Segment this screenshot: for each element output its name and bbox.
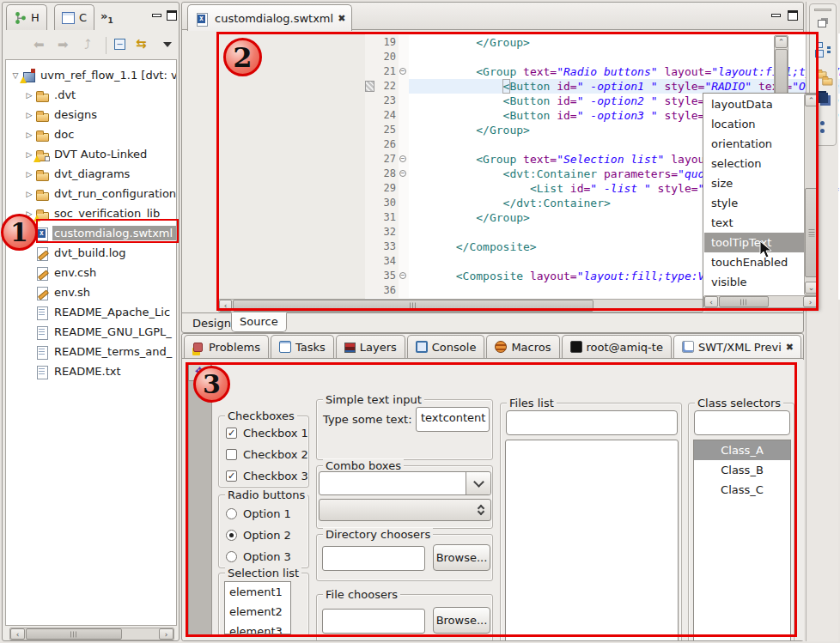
autocomplete-vscroll-up[interactable]: ⌃ (805, 94, 818, 106)
link-with-editor-icon[interactable]: ⇆ (136, 36, 147, 52)
tree-item[interactable]: env.sh (6, 282, 176, 302)
checkbox-row[interactable]: ✓Checkbox 3 (226, 468, 308, 483)
code-line[interactable]: 20 (365, 50, 840, 64)
radio-unselected-icon[interactable] (226, 551, 237, 562)
class-list-item[interactable]: Class_C (694, 480, 790, 500)
fold-collapse-icon[interactable]: − (399, 155, 406, 162)
bottom-tab-console[interactable]: Console (407, 335, 485, 358)
tree-item[interactable]: ▷designs (6, 105, 176, 124)
code-line[interactable]: 21−<Group text="Radio buttons" layout="l… (365, 64, 840, 79)
autocomplete-vscroll-thumb[interactable] (805, 188, 818, 277)
move-handle-icon[interactable]: ✥ (188, 363, 211, 381)
tree-item[interactable]: README_GNU_LGPL_ (6, 322, 176, 342)
autocomplete-hscroll-thumb[interactable] (719, 296, 769, 307)
tab-hierarchy[interactable]: H (6, 4, 47, 30)
radio-selected-icon[interactable] (226, 530, 237, 541)
file-path-field[interactable] (322, 609, 425, 634)
selection-list-item[interactable]: element2 (225, 602, 290, 622)
bottom-tab-layers[interactable]: Layers (336, 335, 405, 358)
editor-minimize-button[interactable] (771, 14, 781, 17)
tree-item[interactable]: ▷.dvt (6, 85, 176, 105)
autocomplete-item[interactable]: style (704, 193, 805, 213)
autocomplete-item[interactable]: layoutData (704, 94, 805, 114)
file-browse-button[interactable]: Browse... (433, 607, 490, 634)
dots-view-icon[interactable] (820, 121, 825, 125)
design-tab[interactable]: Design (186, 315, 238, 331)
fold-collapse-icon[interactable]: − (399, 170, 406, 177)
selection-list[interactable]: element1element2element3 (224, 581, 291, 634)
up-button[interactable]: ⤴ (84, 37, 91, 52)
combo-dropdown-button[interactable] (466, 472, 490, 494)
restore-views-icon[interactable] (818, 20, 826, 27)
tree-item[interactable]: ▽uvm_ref_flow_1.1 [dvt: v (6, 65, 176, 85)
checkbox-row[interactable]: Checkbox 2 (226, 446, 308, 462)
checkbox-unchecked-icon[interactable] (226, 449, 237, 460)
radio-row[interactable]: Option 2 (226, 527, 291, 543)
tree-item[interactable]: ▷soc_verification_lib (6, 203, 176, 223)
collapsed-arrow-icon[interactable]: ▷ (23, 130, 35, 139)
directory-path-field[interactable] (322, 546, 425, 571)
tree-item[interactable]: README_Apache_Lic (6, 302, 176, 322)
radio-row[interactable]: Option 1 (226, 506, 291, 521)
tree-item[interactable]: dvt_build.log (6, 243, 176, 263)
class-list-item[interactable]: Class_B (694, 460, 790, 480)
editor-hscroll-thumb[interactable] (233, 300, 593, 312)
autocomplete-item[interactable]: orientation (704, 134, 805, 154)
tree-item[interactable]: ▷dvt_run_configurations (6, 184, 176, 203)
class-list-item[interactable]: Class_A (694, 440, 790, 460)
editor-maximize-button[interactable] (788, 10, 798, 21)
collapsed-arrow-icon[interactable]: ▷ (23, 170, 35, 179)
editor-vscroll-up[interactable]: ⌃ (775, 36, 788, 48)
tree-item[interactable]: customdialog.swtxml (6, 223, 176, 243)
editor-tab-customdialog[interactable]: customdialog.swtxml ✖ (187, 4, 352, 31)
tree-item[interactable]: env.csh (6, 263, 176, 282)
class-list[interactable]: Class_AClass_BClass_C (693, 440, 791, 640)
fold-collapse-icon[interactable]: − (399, 68, 406, 75)
autocomplete-item[interactable]: touchEnabled (704, 252, 805, 272)
checkbox-checked-icon[interactable]: ✓ (226, 470, 237, 482)
autocomplete-item[interactable]: location (704, 114, 805, 134)
class-filter-field[interactable] (694, 410, 790, 435)
checkbox-checked-icon[interactable]: ✓ (226, 428, 237, 439)
text-input-field[interactable]: textcontent (416, 407, 490, 432)
collapsed-arrow-icon[interactable]: ▷ (23, 111, 35, 119)
maximize-view-button[interactable] (167, 10, 177, 21)
fold-collapse-icon[interactable]: − (399, 272, 406, 279)
autocomplete-item[interactable]: toolTipText (704, 233, 805, 252)
tree-item[interactable]: ▷dvt_diagrams (6, 164, 176, 184)
files-filter-field[interactable] (506, 410, 678, 435)
bottom-tab-root-amiq-te[interactable]: root@amiq-te (562, 335, 672, 358)
forward-button[interactable]: ➡ (58, 37, 69, 52)
combo-readonly[interactable] (319, 499, 491, 521)
collapsed-arrow-icon[interactable]: ▷ (23, 190, 35, 198)
autocomplete-item[interactable]: selection (704, 154, 805, 173)
explorer-hscroll-right[interactable]: › (159, 628, 173, 640)
editor-tab-close-icon[interactable]: ✖ (338, 13, 344, 24)
autocomplete-hscroll-left[interactable]: ‹ (704, 296, 718, 307)
combo-spinner-buttons[interactable] (472, 500, 490, 519)
drag-handle[interactable] (814, 9, 831, 11)
autocomplete-item[interactable]: text (704, 213, 805, 233)
selection-list-item[interactable]: element1 (225, 582, 290, 602)
code-line[interactable]: 19</Group> (365, 35, 840, 50)
autocomplete-item[interactable]: size (704, 173, 805, 193)
autocomplete-item[interactable]: visible (704, 272, 805, 292)
explorer-hscroll-thumb[interactable] (26, 628, 122, 640)
collapse-all-icon[interactable]: − (114, 39, 125, 50)
tree-item[interactable]: README_terms_and_ (6, 342, 176, 361)
bottom-tab-problems[interactable]: Problems (184, 335, 269, 358)
bottom-tab-macros[interactable]: Macros (486, 335, 559, 358)
editor-hscroll-left[interactable]: ‹ (219, 300, 232, 312)
tree-item[interactable]: README.txt (6, 361, 176, 381)
source-tab[interactable]: Source (231, 312, 287, 332)
tab-c[interactable]: C (54, 4, 94, 30)
collapsed-arrow-icon[interactable]: ▷ (23, 91, 35, 100)
radio-row[interactable]: Option 3 (226, 549, 291, 564)
linked-folder-icon-2[interactable] (822, 75, 833, 86)
outline-view-icon[interactable] (816, 42, 823, 48)
stacked-view-icon[interactable] (818, 93, 828, 103)
back-button[interactable]: ⬅ (33, 37, 45, 52)
tab-overflow-chevron[interactable]: »1 (100, 9, 113, 25)
radio-unselected-icon[interactable] (226, 508, 237, 519)
bottom-tab-swt-xml-previ[interactable]: SWT/XML Previ✖ (673, 335, 801, 358)
